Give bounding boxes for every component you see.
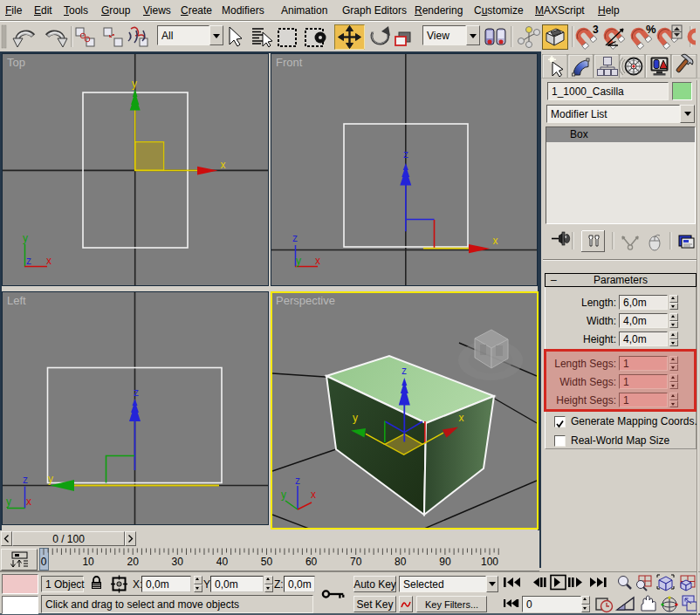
svg-text:%: % bbox=[646, 23, 656, 36]
svg-text:80: 80 bbox=[395, 556, 407, 568]
svg-text:10: 10 bbox=[82, 556, 94, 568]
svg-text:x: x bbox=[493, 235, 498, 247]
svg-text:y: y bbox=[281, 489, 286, 501]
svg-text:z: z bbox=[295, 475, 300, 487]
svg-text:x: x bbox=[26, 495, 31, 508]
svg-text:x: x bbox=[459, 412, 464, 424]
svg-text:90: 90 bbox=[439, 556, 451, 568]
svg-text:z: z bbox=[134, 386, 139, 399]
svg-text:3: 3 bbox=[593, 24, 599, 36]
svg-text:100: 100 bbox=[481, 556, 498, 568]
svg-text:y: y bbox=[296, 255, 301, 267]
svg-text:y: y bbox=[48, 473, 53, 485]
svg-text:x: x bbox=[315, 255, 320, 267]
svg-text:y: y bbox=[6, 495, 11, 508]
svg-text:50: 50 bbox=[261, 556, 273, 568]
svg-text:x: x bbox=[46, 255, 51, 267]
svg-text:20: 20 bbox=[127, 556, 140, 568]
svg-text:40: 40 bbox=[216, 556, 229, 568]
svg-text:60: 60 bbox=[305, 556, 318, 568]
svg-text:x: x bbox=[311, 489, 316, 501]
svg-text:z: z bbox=[292, 232, 298, 244]
svg-text:0: 0 bbox=[41, 556, 47, 568]
svg-text:30: 30 bbox=[172, 556, 184, 568]
svg-text:z: z bbox=[403, 148, 408, 161]
svg-text:y: y bbox=[353, 412, 358, 424]
svg-text:x: x bbox=[221, 159, 226, 171]
svg-text:z: z bbox=[26, 255, 31, 267]
svg-text:70: 70 bbox=[350, 556, 362, 568]
svg-text:z: z bbox=[23, 474, 28, 486]
svg-text:z: z bbox=[401, 365, 407, 377]
svg-text:y: y bbox=[23, 232, 28, 244]
svg-text:y: y bbox=[132, 78, 137, 90]
